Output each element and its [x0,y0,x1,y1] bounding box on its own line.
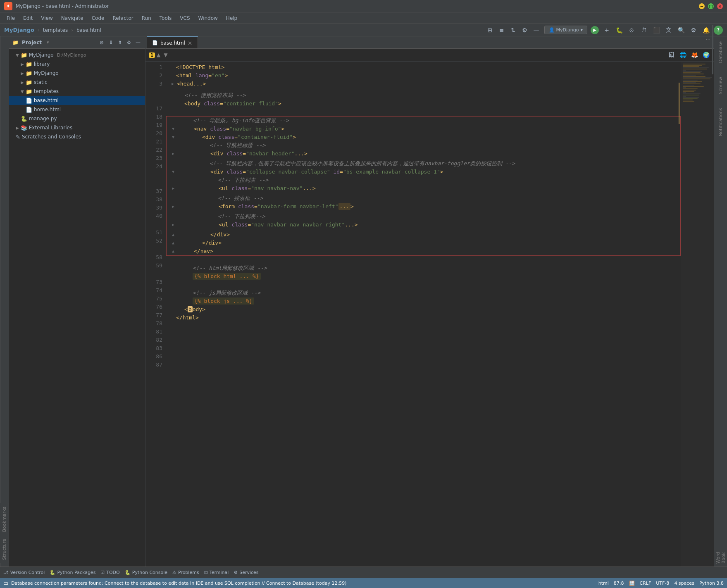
services-tab[interactable]: ⚙ Services [234,570,258,575]
tree-item-library[interactable]: ▶ 📁 library [9,60,145,69]
translate-icon[interactable]: 文 [664,26,673,35]
fold-arrow[interactable]: ▼ [170,125,176,133]
menu-window[interactable]: Window [195,14,221,23]
menu-file[interactable]: File [3,14,18,23]
word-book-icon[interactable]: Word Book [715,552,726,563]
warning-arrow-up[interactable]: ▲ [157,52,160,58]
structure-label[interactable]: Structure [2,539,7,560]
menu-code[interactable]: Code [88,14,108,23]
profile-run-icon[interactable]: ⏱ [639,26,648,35]
warning-arrow-down[interactable]: ▼ [164,52,167,58]
list-icon[interactable]: ≡ [497,26,506,35]
menu-help[interactable]: Help [223,14,241,23]
debug-icon[interactable]: 🐛 [615,26,624,35]
locate-icon[interactable]: ⊕ [98,39,105,46]
code-editor[interactable]: 1 2 3 17 18 19 20 21 22 23 24 37 38 39 4… [145,62,714,567]
code-line: <!-- 导航栏内容，包裹了导航栏中应该在较小屏幕设备上折叠起来的所有内容，通过… [167,159,680,168]
stop-icon[interactable]: ⬛ [652,26,661,35]
indent-label[interactable]: 4 spaces [674,581,694,586]
charset[interactable]: UTF-8 [656,581,669,586]
fold-arrow[interactable]: ▶ [169,80,176,88]
tree-item-mydjango-sub[interactable]: ▶ 📁 MyDjango [9,69,145,78]
comment: <!-- js局部修改区域 --> [176,289,260,297]
tree-item-home-html[interactable]: 📄 home.html [9,105,145,114]
todo-tab[interactable]: ☑ TODO [100,570,119,575]
tree-label: MyDjango [29,52,54,58]
settings-tree-icon[interactable]: ⚙ [125,39,133,46]
line-ending[interactable]: CRLF [640,581,651,586]
tree-item-base-html[interactable]: 📄 base.html [9,96,145,105]
sciview-panel-label[interactable]: SciView [718,75,723,96]
add-config-icon[interactable]: + [602,26,611,35]
tree-item-static[interactable]: ▶ 📁 static [9,78,145,87]
menu-refactor[interactable]: Refactor [109,14,136,23]
expand-arrow: ▼ [21,89,24,94]
close-sidebar-icon[interactable]: — [134,39,142,46]
editor-icon[interactable]: 🖼 [667,50,676,60]
gear-icon[interactable]: ⚙ [689,26,698,35]
chrome-icon[interactable]: 🌐 [678,50,687,60]
collapse-all-icon[interactable]: ⇑ [116,39,124,46]
tab-base-html[interactable]: 📄 base.html × [147,36,198,48]
menu-vcs[interactable]: VCS [176,14,193,23]
tree-item-mydjango[interactable]: ▼ 📁 MyDjango D:\MyDjango [9,50,145,60]
fold-arrow[interactable]: ▶ [170,150,176,158]
python-version[interactable]: Python 3.8 [699,581,724,586]
menu-tools[interactable]: Tools [156,14,175,23]
fold-arrow[interactable]: ▶ [170,184,176,193]
settings-icon[interactable]: ⚙ [520,26,529,35]
menu-view[interactable]: View [38,14,56,23]
minimap-scroll[interactable] [712,62,713,74]
tab-close-icon[interactable]: × [188,40,193,46]
edge-icon[interactable]: 🌍 [701,50,710,60]
expand-all-icon[interactable]: ⇓ [107,39,114,46]
comment: <!-- 使用宽松布局 --> [176,91,246,100]
project-folder-icon: 📁 [21,52,27,58]
layout-icon[interactable]: ⊞ [486,26,495,35]
help-icon[interactable]: ? [714,26,723,35]
python-packages-tab[interactable]: 🐍 Python Packages [50,570,95,575]
coverage-icon[interactable]: ⊙ [627,26,636,35]
version-control-tab[interactable]: ⎇ Version Control [3,570,45,575]
code-content[interactable]: <!DOCTYPE html> <html lang="en"> ▶ <head… [166,62,681,567]
notifications-panel-label[interactable]: Notifications [718,106,723,138]
fold-arrow[interactable]: ▼ [170,168,176,176]
fold-arrow[interactable]: ▲ [170,247,176,255]
tree-item-external-libs[interactable]: ▶ 📚 External Libraries [9,123,145,132]
problems-label: Problems [178,570,199,575]
menu-edit[interactable]: Edit [20,14,36,23]
minimize-button[interactable]: − [699,3,705,9]
terminal-tab[interactable]: ⊡ Terminal [204,570,229,575]
close-panel-icon[interactable]: — [532,26,541,35]
python-console-tab[interactable]: 🐍 Python Console [125,570,167,575]
breadcrumb-templates[interactable]: templates [43,27,68,33]
menu-navigate[interactable]: Navigate [58,14,87,23]
maximize-button[interactable]: □ [708,3,714,9]
notification-icon[interactable]: 🔔 [701,26,710,35]
tree-label: home.html [34,107,61,112]
close-button[interactable]: × [717,3,723,9]
fold-arrow[interactable]: ▶ [170,202,176,211]
fold-arrow[interactable]: ▲ [170,231,176,239]
problems-tab[interactable]: ⚠ Problems [172,570,199,575]
search-icon[interactable]: 🔍 [677,26,686,35]
status-right: html 87:8 🪟 CRLF UTF-8 4 spaces Python 3… [598,581,724,586]
profile-button[interactable]: 👤 MyDjango ▾ [544,26,587,34]
tree-item-scratches[interactable]: ✎ Scratches and Consoles [9,132,145,141]
firefox-icon[interactable]: 🦊 [690,50,699,60]
tree-item-templates[interactable]: ▼ 📁 templates [9,87,145,96]
cursor-position[interactable]: 87:8 [614,581,624,586]
run-button[interactable]: ▶ [591,26,599,34]
menu-run[interactable]: Run [138,14,155,23]
project-name[interactable]: MyDjango [4,27,34,33]
bookmarks-label[interactable]: Bookmarks [2,507,7,532]
tree-item-manage-py[interactable]: 🐍 manage.py [9,114,145,123]
file-type-label[interactable]: html [598,581,609,586]
fold-arrow[interactable]: ▼ [170,133,176,141]
database-panel-label[interactable]: Database [718,40,723,65]
status-message: Database connection parameters found: Co… [11,581,347,586]
fold-arrow[interactable]: ▲ [170,239,176,247]
fold-arrow[interactable]: ▶ [170,221,176,229]
breadcrumb-file[interactable]: base.html [76,27,101,33]
sort-icon[interactable]: ⇅ [509,26,518,35]
